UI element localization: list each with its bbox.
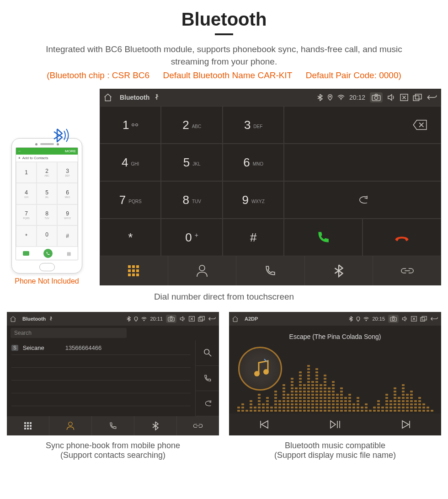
usb-icon <box>154 94 160 101</box>
phone-mock-column: ← MORE + Add to Contacts 12ABC3DEF4GHI5J… <box>7 129 87 285</box>
dialer-key-0[interactable]: 0+ <box>161 219 222 256</box>
eq-bar <box>237 407 240 412</box>
redial-button[interactable] <box>284 181 441 219</box>
recent-apps-icon[interactable] <box>413 94 422 101</box>
search-input[interactable]: Search <box>11 328 127 338</box>
nav-keypad-button[interactable] <box>7 416 49 435</box>
list-item <box>11 355 191 368</box>
phone-key: 5JKL <box>37 183 57 204</box>
svg-point-10 <box>170 318 172 320</box>
bluetooth-signal-icon <box>50 124 72 148</box>
music-panel: A2DP 20:15 Escape (The Pina Colada Song) <box>229 312 441 435</box>
home-icon[interactable] <box>10 316 16 322</box>
app-label: A2DP <box>245 316 258 322</box>
contacts-list[interactable]: S Seicane 13566664466 <box>7 340 195 416</box>
eq-bar <box>328 387 331 412</box>
eq-bar <box>254 407 256 412</box>
eq-bar <box>427 407 429 412</box>
screenshot-icon[interactable] <box>388 315 399 323</box>
bluetooth-status-icon <box>349 316 353 322</box>
eq-bar <box>385 394 388 412</box>
home-icon[interactable] <box>103 93 112 102</box>
main-status-bar: Bluetooth 20:12 <box>100 89 441 106</box>
eq-bar <box>398 397 400 412</box>
nav-pair-button[interactable] <box>373 256 441 285</box>
nav-pair-button[interactable] <box>177 416 219 435</box>
location-status-icon <box>327 94 333 101</box>
equalizer-visualizer <box>229 363 441 413</box>
close-app-icon[interactable] <box>400 94 408 101</box>
phone-key: 4GHI <box>16 183 37 204</box>
phone-key: # <box>57 225 78 247</box>
back-icon[interactable] <box>208 316 216 322</box>
nav-contacts-button[interactable] <box>168 256 237 285</box>
music-caption: Bluetooth music compatible (Support disp… <box>229 441 441 460</box>
svg-point-16 <box>366 320 367 321</box>
dialer-key-8[interactable]: 8TUV <box>161 181 222 219</box>
eq-bar <box>348 394 351 412</box>
nav-contacts-button[interactable] <box>49 416 92 435</box>
wifi-status-icon <box>337 95 345 100</box>
phonebook-caption: Sync phone-book from mobile phone (Suppo… <box>7 441 219 460</box>
prev-track-button[interactable] <box>259 420 270 429</box>
nav-keypad-button[interactable] <box>100 256 168 285</box>
home-icon[interactable] <box>232 316 239 322</box>
svg-point-1 <box>341 99 341 100</box>
back-icon[interactable] <box>427 94 437 101</box>
nav-bluetooth-button[interactable] <box>305 256 373 285</box>
volume-icon[interactable] <box>402 316 408 322</box>
svg-rect-12 <box>198 318 203 322</box>
music-caption-l2: (Support display music file name) <box>229 451 441 460</box>
svg-point-0 <box>330 96 331 97</box>
dialer-key-#[interactable]: # <box>223 219 284 256</box>
contact-row[interactable]: S Seicane 13566664466 <box>11 341 191 355</box>
play-pause-button[interactable] <box>329 420 341 429</box>
backspace-button[interactable] <box>284 106 441 144</box>
side-refresh-button[interactable] <box>195 391 219 416</box>
nav-callhistory-button[interactable] <box>236 256 305 285</box>
recent-apps-icon[interactable] <box>198 316 205 322</box>
dialer-key-9[interactable]: 9WXYZ <box>223 181 284 219</box>
call-answer-button[interactable] <box>284 219 363 256</box>
eq-bar <box>381 407 384 412</box>
nav-callhistory-button[interactable] <box>92 416 134 435</box>
bluetooth-status-icon <box>317 94 323 101</box>
side-call-button[interactable] <box>195 366 219 391</box>
phone-key: 8TUV <box>37 204 57 225</box>
eq-bar <box>344 397 347 412</box>
screenshot-icon[interactable] <box>370 92 383 102</box>
dialer-key-1[interactable]: 1 <box>100 106 161 144</box>
screenshot-icon[interactable] <box>166 315 176 323</box>
close-app-icon[interactable] <box>189 316 195 322</box>
eq-bar <box>431 410 433 412</box>
eq-bar <box>410 391 413 412</box>
dialer-key-4[interactable]: 4GHI <box>100 144 161 181</box>
dialer-key-5[interactable]: 5JKL <box>161 144 222 181</box>
side-search-button[interactable] <box>195 340 219 365</box>
wifi-status-icon <box>363 317 369 321</box>
call-hangup-button[interactable] <box>363 219 441 256</box>
nav-bluetooth-button[interactable] <box>134 416 177 435</box>
volume-icon[interactable] <box>180 316 186 322</box>
link-icon <box>400 266 414 276</box>
voicemail-icon <box>132 123 138 126</box>
eq-bar <box>389 400 392 412</box>
page-title: Bluetooth <box>7 9 441 30</box>
phone-key: 9WXYZ <box>57 204 78 225</box>
volume-icon[interactable] <box>387 94 395 101</box>
eq-bar <box>340 387 343 412</box>
next-track-button[interactable] <box>400 420 411 429</box>
back-icon[interactable] <box>430 316 438 322</box>
eq-bar <box>357 397 359 412</box>
eq-bar <box>369 410 372 412</box>
dialer-key-6[interactable]: 6MNO <box>223 144 284 181</box>
dialer-key-*[interactable]: * <box>100 219 161 256</box>
recent-apps-icon[interactable] <box>420 316 427 322</box>
dialer-key-2[interactable]: 2ABC <box>161 106 222 144</box>
eq-bar <box>352 403 355 412</box>
eq-bar <box>373 407 376 412</box>
dialer-key-3[interactable]: 3DEF <box>223 106 284 144</box>
dialer-key-7[interactable]: 7PQRS <box>100 181 161 219</box>
close-app-icon[interactable] <box>411 316 417 322</box>
eq-bar <box>422 403 425 412</box>
